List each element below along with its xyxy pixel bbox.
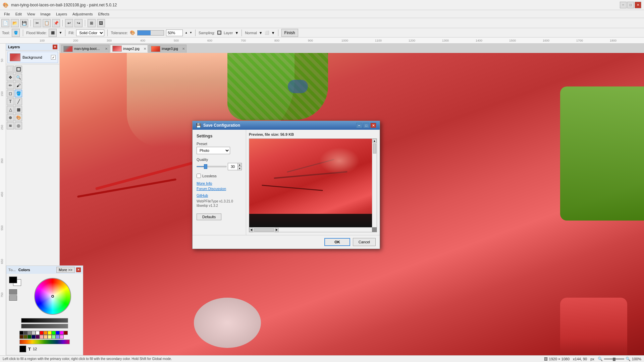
primary-color-swatch[interactable]: [9, 277, 17, 283]
palette-swatch-dark[interactable]: [23, 331, 28, 335]
undo-button[interactable]: ↩: [65, 19, 73, 27]
shape-tool[interactable]: △: [7, 106, 14, 113]
tab-3[interactable]: image3.jpg ✕: [149, 45, 186, 53]
eraser-tool[interactable]: ◻: [7, 90, 14, 97]
recolor-tool[interactable]: 🎨: [15, 114, 22, 121]
zoom-tool[interactable]: 🔍: [15, 74, 22, 81]
palette-swatch-lpink[interactable]: [60, 335, 64, 339]
quality-slider-thumb[interactable]: [204, 164, 207, 169]
palette-swatch-olive[interactable]: [23, 335, 28, 339]
layers-close-button[interactable]: ✕: [53, 45, 57, 49]
forum-discussion-link[interactable]: Forum Discussion: [197, 187, 242, 191]
close-button[interactable]: ✕: [635, 2, 641, 8]
brush-tool[interactable]: 🖌: [15, 82, 22, 89]
menu-adjustments[interactable]: Adjustments: [70, 11, 96, 17]
preview-scrollbar-horizontal[interactable]: ◀ ▶: [249, 227, 372, 232]
copy-button[interactable]: 📋: [43, 19, 51, 27]
zoom-slider[interactable]: [604, 358, 624, 360]
canvas-area[interactable]: man-tying-boot-laces... ✕ image2.jpg ✕ i…: [60, 44, 644, 355]
select-lasso-tool[interactable]: 🔲: [15, 66, 22, 73]
menu-effects[interactable]: Effects: [96, 11, 112, 17]
fill-select[interactable]: Solid Color: [76, 29, 104, 36]
tab-2[interactable]: image2.jpg ✕: [110, 45, 148, 53]
mode-extra-arrow[interactable]: ▼: [271, 31, 275, 35]
palette-swatch-dgreen[interactable]: [28, 335, 32, 339]
grid-button[interactable]: ⊞: [88, 19, 96, 27]
finish-button[interactable]: Finish: [281, 29, 298, 37]
palette-swatch-pink[interactable]: [40, 335, 44, 339]
tab-1-close[interactable]: ✕: [105, 47, 108, 51]
zoom-out-button[interactable]: 🔍: [598, 357, 603, 361]
menu-layers[interactable]: Layers: [53, 11, 70, 17]
tolerance-bar[interactable]: [137, 30, 164, 36]
quality-spinner-up[interactable]: ▲: [237, 163, 241, 167]
text-tool[interactable]: T: [7, 98, 14, 105]
quality-input[interactable]: [228, 163, 237, 170]
quality-spinner-down[interactable]: ▼: [237, 167, 241, 170]
tab-2-close[interactable]: ✕: [144, 47, 146, 51]
palette-swatch-black[interactable]: [19, 331, 23, 335]
pencil-tool[interactable]: ✏: [7, 82, 14, 89]
text-color-swatch[interactable]: [19, 346, 26, 352]
layer-visibility-checkbox[interactable]: ✓: [51, 55, 56, 60]
palette-swatch-peach[interactable]: [44, 335, 48, 339]
tab-3-close[interactable]: ✕: [182, 47, 185, 51]
palette-swatch-darkred[interactable]: [64, 331, 68, 335]
scrollbar-h-right[interactable]: ▶: [275, 228, 279, 232]
colors-close-button[interactable]: ✕: [76, 267, 81, 272]
hue-slider[interactable]: [21, 318, 68, 323]
flood-fill-tool[interactable]: 🪣: [12, 29, 20, 37]
ok-button[interactable]: OK: [324, 238, 350, 246]
sampling-arrow[interactable]: ▼: [235, 31, 238, 35]
palette-swatch-red[interactable]: [40, 331, 44, 335]
tolerance-input[interactable]: [166, 29, 183, 36]
palette-swatch-brown[interactable]: [19, 335, 23, 339]
move-tool[interactable]: ✥: [7, 74, 14, 81]
select-rect-tool[interactable]: ⬜: [7, 66, 14, 73]
preview-scrollbar-vertical[interactable]: ▲: [372, 139, 377, 227]
save-button[interactable]: 💾: [20, 19, 28, 27]
scrollbar-v-up[interactable]: ▲: [373, 139, 377, 143]
line-tool[interactable]: ╱: [15, 98, 22, 105]
scrollbar-h-left[interactable]: ◀: [249, 228, 253, 232]
dialog-maximize-button[interactable]: □: [363, 123, 369, 128]
palette-swatch-lblue[interactable]: [56, 335, 60, 339]
preset-select[interactable]: Photo Lossless Custom: [197, 147, 230, 154]
redo-button[interactable]: ↪: [74, 19, 83, 27]
palette-swatch-gray[interactable]: [28, 331, 32, 335]
cut-button[interactable]: ✂: [33, 19, 41, 27]
fill-tool active[interactable]: 🪣: [15, 90, 22, 97]
maximize-button[interactable]: □: [627, 2, 634, 8]
palette-swatch-purple[interactable]: [36, 335, 40, 339]
extra-button[interactable]: 🖼: [97, 19, 105, 27]
lossless-checkbox[interactable]: [197, 174, 201, 178]
palette-swatch-light[interactable]: [32, 331, 36, 335]
palette-swatch-green[interactable]: [52, 331, 56, 335]
paste-button[interactable]: 📌: [52, 19, 60, 27]
palette-swatch-orange[interactable]: [44, 331, 48, 335]
smudge-tool[interactable]: ≋: [7, 122, 14, 129]
menu-file[interactable]: File: [1, 11, 13, 17]
palette-swatch-cream[interactable]: [48, 335, 52, 339]
more-info-link[interactable]: More Info: [197, 181, 242, 185]
open-button[interactable]: 📂: [11, 19, 19, 27]
color-wheel[interactable]: [34, 278, 71, 315]
layer-item[interactable]: Background ✓: [7, 52, 58, 63]
tab-1[interactable]: man-tying-boot-laces... ✕: [61, 45, 109, 53]
palette-swatch-blue[interactable]: [56, 331, 60, 335]
palette-swatch-white[interactable]: [36, 331, 40, 335]
menu-view[interactable]: View: [24, 11, 38, 17]
dialog-close-button[interactable]: ✕: [370, 123, 376, 128]
clone-stamp-tool[interactable]: ⊕: [7, 114, 14, 121]
more-button[interactable]: More >>: [56, 267, 75, 273]
github-link[interactable]: GitHub: [197, 193, 242, 197]
tolerance-arrow-up[interactable]: ▲: [185, 31, 187, 34]
flood-mode-btn[interactable]: ⬛: [49, 29, 57, 37]
menu-edit[interactable]: Edit: [13, 11, 24, 17]
blur-tool[interactable]: ◎: [15, 122, 22, 129]
palette-swatch-magenta[interactable]: [60, 331, 64, 335]
menu-image[interactable]: Image: [38, 11, 53, 17]
palette-swatch-navy[interactable]: [32, 335, 36, 339]
scrollbar-h-thumb[interactable]: [254, 228, 274, 232]
palette-gradient-row[interactable]: [19, 340, 70, 344]
